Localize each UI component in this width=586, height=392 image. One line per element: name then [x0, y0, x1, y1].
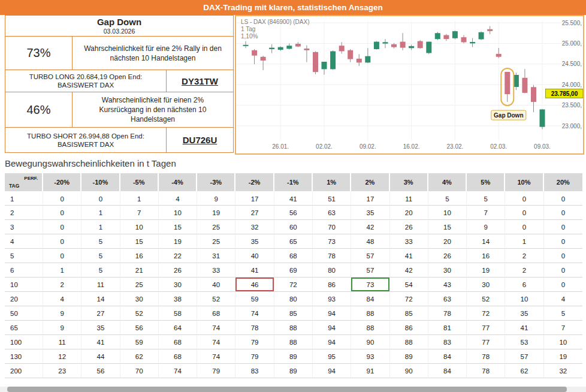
probability-cell: 31 — [197, 249, 235, 263]
probability-cell: 72 — [467, 306, 505, 321]
probability-cell: 10 — [120, 220, 159, 234]
probability-cell: 4 — [544, 292, 582, 306]
probability-cell: 78 — [467, 364, 505, 378]
table-row: 20171019275663352010700 — [5, 206, 582, 220]
y-axis-tick-label: 24.500, — [562, 61, 582, 67]
scrollbar-thumb[interactable] — [7, 387, 567, 392]
probability-cell: 59 — [120, 335, 159, 349]
signal-title: Gap Down — [97, 17, 141, 28]
table-header-row: PERF. TAG -20%-10%-5%-4%-3%-2%-1%1%2%3%4… — [5, 173, 582, 191]
probability-cell: 74 — [159, 364, 197, 378]
perf-column-header: -2% — [235, 173, 274, 191]
table-row: 6593556647478889488868177417 — [5, 321, 582, 335]
y-axis-tick-label: 23.000, — [562, 123, 582, 129]
candle-up — [479, 32, 484, 40]
tag-cell: 20 — [5, 292, 43, 306]
page: DAX-Trading mit klaren, statistischen An… — [0, 0, 586, 392]
candle-up — [426, 42, 431, 53]
probability-cell: 51 — [313, 191, 351, 206]
highlighted-probability-cell-green: 73 — [351, 278, 389, 292]
probability-cell: 10 — [159, 206, 197, 220]
x-axis-tick-label: 23.02. — [446, 143, 463, 150]
probability-cell: 42 — [390, 263, 428, 278]
app-header-title: DAX-Trading mit klaren, statistischen An… — [203, 3, 383, 12]
probability-cell: 43 — [428, 278, 467, 292]
probability-cell: 0 — [544, 278, 582, 292]
y-axis-tick-label: 23.500, — [562, 102, 582, 108]
probability-cell: 93 — [313, 292, 351, 306]
candle-down — [304, 49, 309, 50]
candle-up — [365, 56, 370, 63]
probability-cell: 1 — [81, 220, 120, 234]
probability-cell: 32 — [544, 364, 582, 378]
probability-cell: 5 — [428, 191, 467, 206]
candle-down — [339, 46, 345, 51]
decline-probability: 46% — [5, 92, 73, 127]
tag-cell: 200 — [5, 364, 43, 378]
probability-cell: 0 — [544, 234, 582, 249]
probability-cell: 68 — [159, 349, 197, 364]
probability-cell: 26 — [159, 263, 197, 278]
turbo-short-line2: BASISWERT DAX — [58, 140, 114, 149]
probability-cell: 0 — [43, 249, 81, 263]
table-corner-cell: PERF. TAG — [5, 173, 43, 191]
turbo-long-code-link[interactable]: DY31TW — [167, 70, 233, 92]
tag-cell: 10 — [5, 278, 43, 292]
rally-row: 73% Wahrscheinlichkeit für eine 2% Rally… — [5, 37, 233, 70]
horizontal-scrollbar[interactable] — [0, 387, 586, 392]
candle-down — [461, 37, 467, 42]
probability-cell: 81 — [428, 321, 467, 335]
candle-up — [383, 42, 388, 43]
candle-down — [443, 35, 449, 40]
probability-cell: 54 — [390, 278, 428, 292]
y-axis-tick-label: 25.000, — [562, 40, 582, 47]
probability-cell: 0 — [505, 191, 543, 206]
probability-cell: 23 — [43, 364, 81, 378]
probability-cell: 74 — [197, 321, 235, 335]
candle-down — [418, 41, 423, 49]
probability-cell: 26 — [390, 220, 428, 234]
probability-cell: 58 — [159, 306, 197, 321]
probability-cell: 94 — [313, 306, 351, 321]
decline-description: Wahrscheinlichkeit für einen 2% Kursrück… — [73, 92, 233, 127]
chart-gridlines — [236, 21, 583, 141]
tag-cell: 65 — [5, 321, 43, 335]
table-row: 1001141596874798894908883775310 — [5, 335, 582, 349]
probability-cell: 84 — [351, 292, 389, 306]
perf-column-header: 10% — [505, 173, 543, 191]
probability-cell: 4 — [159, 191, 197, 206]
probability-cell: 52 — [120, 306, 159, 321]
turbo-short-description: TURBO SHORT 26.994,88 Open End: BASISWER… — [5, 128, 167, 152]
tag-cell: 1 — [5, 191, 43, 206]
probability-cell: 5 — [81, 263, 120, 278]
probability-cell: 85 — [390, 306, 428, 321]
turbo-long-line2: BASISWERT DAX — [58, 81, 114, 89]
candle-down — [496, 54, 502, 57]
probability-cell: 0 — [43, 191, 81, 206]
candlestick-chart-panel: Gap Down25.500,25.000,24.500,24.000,23.5… — [235, 15, 584, 155]
probability-cell: 11 — [43, 335, 81, 349]
probability-cell: 73 — [313, 234, 351, 249]
probability-cell: 68 — [274, 249, 313, 263]
turbo-long-row: TURBO LONG 20.684,19 Open End: BASISWERT… — [5, 70, 233, 92]
probability-table-section: Bewegungswahrscheinlichkeiten in t Tagen… — [5, 158, 582, 378]
probability-cell: 9 — [467, 220, 505, 234]
turbo-short-code-link[interactable]: DU726U — [167, 128, 233, 152]
probability-cell: 19 — [159, 234, 197, 249]
probability-cell: 77 — [467, 321, 505, 335]
probability-cell: 30 — [159, 278, 197, 292]
corner-perf-label: PERF. — [24, 176, 38, 181]
probability-cell: 70 — [120, 364, 159, 378]
candle-down — [391, 44, 397, 47]
chart-instrument-label: LS - DAX (846900) (DAX) — [241, 19, 310, 25]
candlestick-chart[interactable]: Gap Down25.500,25.000,24.500,24.000,23.5… — [236, 16, 583, 153]
perf-column-header: 20% — [544, 173, 582, 191]
probability-cell: 57 — [351, 249, 389, 263]
perf-column-header: 3% — [390, 173, 428, 191]
probability-cell: 63 — [428, 292, 467, 306]
candle-up — [322, 62, 327, 69]
probability-cell: 78 — [313, 249, 351, 263]
probability-cell: 30 — [428, 263, 467, 278]
probability-cell: 79 — [235, 335, 274, 349]
probability-cell: 14 — [467, 234, 505, 249]
